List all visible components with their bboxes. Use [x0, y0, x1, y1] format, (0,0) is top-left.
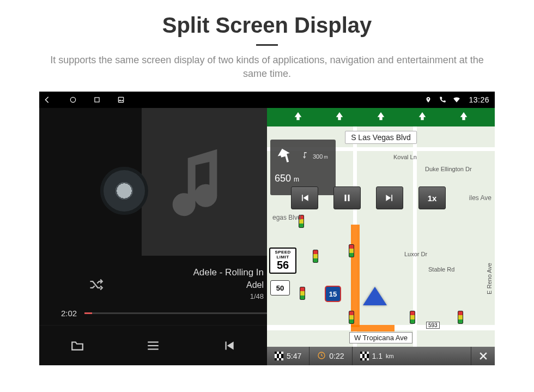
speed-limit-label: SPEED	[270, 250, 295, 255]
sim-speed-button[interactable]: 1x	[418, 186, 446, 209]
title-underline	[256, 44, 278, 46]
svg-rect-3	[148, 341, 159, 342]
image-icon	[117, 95, 125, 104]
album-art-placeholder	[142, 108, 267, 256]
music-pane: Adele - Rolling In Adel 1/48 2:02	[39, 108, 267, 365]
recents-icon[interactable]	[93, 95, 101, 104]
sim-prev-button[interactable]	[291, 186, 318, 209]
elapsed-time: 2:02	[61, 309, 77, 318]
finish-flag-icon	[275, 352, 283, 360]
street-label: Luxor Dr	[404, 251, 427, 257]
lane-arrow-icon	[335, 111, 344, 123]
svg-rect-6	[345, 195, 347, 201]
lane-arrow-icon	[417, 111, 427, 123]
page-subtitle: It supports the same screen display of t…	[44, 53, 490, 81]
location-icon	[424, 95, 433, 104]
page-title: Split Screen Display	[0, 13, 534, 38]
lane-arrow-icon	[376, 111, 386, 123]
street-label: iles Ave	[469, 194, 491, 202]
remaining-distance: 650	[275, 173, 291, 184]
folder-button[interactable]	[69, 337, 86, 354]
trip-distance: 1.1	[372, 352, 383, 360]
svg-rect-5	[148, 348, 159, 349]
finish-flag-icon	[360, 352, 369, 360]
music-bottom-bar	[39, 325, 267, 365]
svg-rect-24	[367, 354, 369, 356]
street-label: egas Blvd	[272, 214, 301, 221]
svg-rect-1	[95, 98, 99, 102]
current-road-label: S Las Vegas Blvd	[345, 131, 417, 144]
turn-secondary-icon	[300, 151, 308, 161]
navigation-pane: Koval Ln Duke Ellington Dr egas Blvd ile…	[267, 108, 495, 365]
svg-rect-26	[365, 358, 367, 360]
svg-rect-10	[279, 352, 281, 354]
svg-rect-14	[281, 354, 283, 356]
svg-point-0	[70, 98, 75, 102]
home-icon[interactable]	[69, 95, 77, 104]
seek-bar[interactable]	[84, 312, 267, 314]
clock-icon	[317, 351, 326, 361]
analog-stick[interactable]	[100, 167, 148, 215]
svg-rect-25	[360, 358, 362, 360]
route-shield: 50	[270, 280, 290, 295]
shuffle-button[interactable]	[88, 277, 104, 294]
music-note-icon	[172, 143, 237, 221]
street-label: E Reno Ave	[486, 263, 493, 294]
interstate-shield: 15	[325, 286, 341, 302]
lane-guidance-bar	[267, 108, 495, 126]
wifi-icon	[452, 95, 461, 104]
traffic-light-icon	[300, 287, 305, 300]
lane-arrow-icon	[293, 111, 303, 123]
street-label: Stable Rd	[428, 266, 454, 273]
track-artist: Adel	[193, 279, 264, 291]
status-bar: 13:26	[39, 92, 495, 108]
svg-rect-21	[362, 356, 365, 358]
svg-rect-13	[277, 354, 279, 356]
playlist-button[interactable]	[145, 337, 161, 354]
track-index: 1/48	[193, 292, 264, 301]
cross-road-label: W Tropicana Ave	[349, 332, 412, 343]
nav-footer: 5:47 0:22 1.1 km	[267, 347, 495, 365]
eta-value: 5:47	[287, 352, 301, 360]
next-turn-unit: m	[324, 154, 328, 160]
back-icon[interactable]	[45, 95, 53, 104]
trip-duration: 0:22	[329, 352, 344, 360]
speed-limit-value: 56	[270, 260, 295, 270]
svg-rect-7	[348, 195, 350, 201]
svg-rect-2	[118, 98, 123, 102]
svg-rect-12	[281, 356, 283, 358]
traffic-light-icon	[313, 250, 318, 263]
svg-rect-15	[275, 358, 277, 360]
svg-rect-11	[277, 356, 279, 358]
sim-controls: 1x	[291, 186, 446, 209]
previous-button[interactable]	[221, 337, 237, 354]
device-frame: 13:26 Adele - Rolling	[39, 92, 495, 365]
svg-rect-23	[362, 354, 365, 356]
next-turn-distance: 300	[313, 153, 323, 160]
clock: 13:26	[469, 95, 489, 104]
svg-rect-4	[148, 345, 159, 346]
street-label: Duke Ellington Dr	[425, 166, 472, 172]
svg-rect-20	[365, 352, 367, 354]
sim-pause-button[interactable]	[333, 186, 361, 209]
sim-next-button[interactable]	[376, 186, 403, 209]
vehicle-cursor-icon	[363, 287, 387, 305]
traffic-light-icon	[349, 244, 354, 257]
svg-rect-22	[367, 356, 369, 358]
phone-icon	[438, 95, 447, 104]
svg-rect-9	[275, 352, 277, 354]
traffic-light-icon	[458, 311, 463, 324]
street-label: Koval Ln	[393, 154, 417, 160]
track-title: Adele - Rolling In	[193, 266, 264, 279]
exit-badge: 593	[426, 322, 440, 329]
close-button[interactable]	[471, 347, 495, 365]
remaining-unit: m	[294, 176, 299, 183]
route-highlight	[351, 325, 395, 331]
traffic-light-icon	[349, 311, 354, 324]
now-playing-meta: Adele - Rolling In Adel 1/48	[193, 266, 264, 301]
svg-rect-19	[360, 352, 362, 354]
traffic-light-icon	[410, 311, 415, 324]
speed-limit-sign: SPEED LIMIT 56	[269, 248, 296, 274]
lane-arrow-icon	[459, 111, 469, 123]
trip-distance-unit: km	[386, 353, 394, 359]
